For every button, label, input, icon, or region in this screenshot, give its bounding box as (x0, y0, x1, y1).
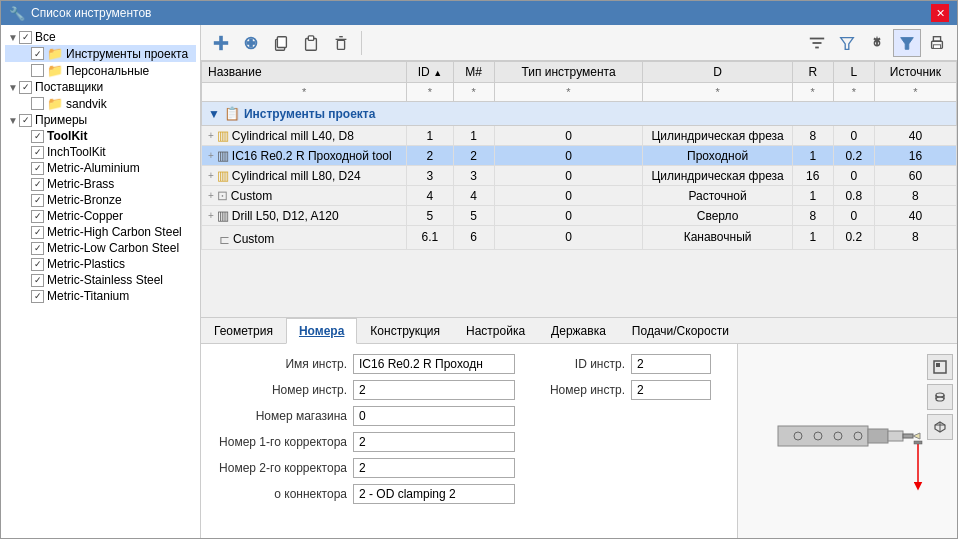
filter-active-button[interactable] (893, 29, 921, 57)
filter-id[interactable] (411, 86, 448, 98)
table-row[interactable]: + ▥ IC16 Re0.2 R Проходной tool 2 2 0 Пр… (202, 146, 957, 166)
cb-cp[interactable] (31, 210, 44, 223)
add-item-button[interactable] (237, 29, 265, 57)
checkbox-examples[interactable] (19, 114, 32, 127)
sidebar-item-inch[interactable]: InchToolKit (5, 144, 196, 160)
input-corrector1[interactable] (353, 432, 515, 452)
sidebar-item-suppliers[interactable]: ▼ Поставщики (5, 79, 196, 95)
filter-button[interactable] (833, 29, 861, 57)
copy-button[interactable] (267, 29, 295, 57)
checkbox-sandvik[interactable] (31, 97, 44, 110)
label-corrector2: Номер 2-го корректора (217, 461, 347, 475)
cb-al[interactable] (31, 162, 44, 175)
tab-bar: Геометрия Номера Конструкция Настройка Д… (201, 318, 957, 344)
sidebar-item-sandvik[interactable]: 📁 sandvik (5, 95, 196, 112)
checkbox-personal[interactable] (31, 64, 44, 77)
input-magazine[interactable] (353, 406, 515, 426)
col-header-id[interactable]: ID ▲ (407, 62, 453, 83)
close-button[interactable]: ✕ (931, 4, 949, 22)
expand-icon-examples: ▼ (7, 115, 19, 126)
tab-numbers[interactable]: Номера (286, 318, 357, 344)
table-row[interactable]: + ▥ Drill L50, D12, A120 5 5 0 Сверло 8 … (202, 206, 957, 226)
sidebar-item-aluminium[interactable]: Metric-Aluminium (5, 160, 196, 176)
cb-br[interactable] (31, 178, 44, 191)
checkbox-project[interactable] (31, 47, 44, 60)
sidebar-item-high-carbon[interactable]: Metric-High Carbon Steel (5, 224, 196, 240)
paste-button[interactable] (297, 29, 325, 57)
cb-pl[interactable] (31, 258, 44, 271)
tab-holder[interactable]: Державка (538, 318, 619, 344)
input-tool-id[interactable] (631, 354, 711, 374)
checkbox-inch[interactable] (31, 146, 44, 159)
tab-construction[interactable]: Конструкция (357, 318, 453, 344)
sidebar-item-low-carbon[interactable]: Metric-Low Carbon Steel (5, 240, 196, 256)
col-header-type[interactable]: Тип инструмента (494, 62, 643, 83)
table-row[interactable]: + ⊡ Custom 4 4 0 Расточной 1 0.8 8 (202, 186, 957, 206)
sidebar-item-copper[interactable]: Metric-Copper (5, 208, 196, 224)
add-tool-button[interactable] (207, 29, 235, 57)
sidebar-item-bronze[interactable]: Metric-Bronze (5, 192, 196, 208)
checkbox-all[interactable] (19, 31, 32, 44)
tab-geometry[interactable]: Геометрия (201, 318, 286, 344)
print-button[interactable] (923, 29, 951, 57)
sidebar-item-project-tools[interactable]: 📁 Инструменты проекта (5, 45, 196, 62)
sidebar-item-toolkit[interactable]: ToolKit (5, 128, 196, 144)
col-header-name[interactable]: Название (202, 62, 407, 83)
tab-settings[interactable]: Настройка (453, 318, 538, 344)
sidebar-item-examples[interactable]: ▼ Примеры (5, 112, 196, 128)
folder-icon-sandvik: 📁 (47, 96, 63, 111)
filter-l[interactable] (838, 86, 870, 98)
expand-icon-suppliers: ▼ (7, 82, 19, 93)
col-header-r[interactable]: R (792, 62, 833, 83)
cb-bz[interactable] (31, 194, 44, 207)
input-tool-number-r[interactable] (631, 380, 711, 400)
filter-type[interactable] (499, 86, 639, 98)
form-right-col: ID инстр. Номер инстр. (535, 354, 721, 504)
checkbox-toolkit[interactable] (31, 130, 44, 143)
cb-ss[interactable] (31, 274, 44, 287)
tab-feeds[interactable]: Подачи/Скорости (619, 318, 742, 344)
input-tool-name[interactable] (353, 354, 515, 374)
label-tool-id: ID инстр. (535, 357, 625, 371)
filter-r[interactable] (797, 86, 829, 98)
input-corrector2[interactable] (353, 458, 515, 478)
table-toolbar (201, 25, 957, 61)
col-header-source[interactable]: Источник (874, 62, 956, 83)
sidebar-item-personal[interactable]: 📁 Персональные (5, 62, 196, 79)
svg-marker-17 (901, 37, 914, 49)
cb-lc[interactable] (31, 242, 44, 255)
filter-d[interactable] (647, 86, 787, 98)
table-row[interactable]: + ▥ Cylindrical mill L80, D24 3 3 0 Цили… (202, 166, 957, 186)
sidebar-item-stainless[interactable]: Metric-Stainless Steel (5, 272, 196, 288)
col-header-l[interactable]: L (833, 62, 874, 83)
filter-mnum[interactable] (458, 86, 490, 98)
filter-columns-button[interactable] (803, 29, 831, 57)
col-header-d[interactable]: D (643, 62, 792, 83)
cb-hc[interactable] (31, 226, 44, 239)
delete-tool-button[interactable] (327, 29, 355, 57)
table-row[interactable]: + ▥ Cylindrical mill L40, D8 1 1 0 Цилин… (202, 126, 957, 146)
filter-name[interactable] (206, 86, 402, 98)
sidebar-item-all[interactable]: ▼ Все (5, 29, 196, 45)
sidebar-item-titanium[interactable]: Metric-Titanium (5, 288, 196, 304)
expand-icon: ▼ (7, 32, 19, 43)
sidebar-item-brass[interactable]: Metric-Brass (5, 176, 196, 192)
table-row[interactable]: ⊏ Custom 6.1 6 0 Канавочный 1 0.2 8 (202, 226, 957, 250)
input-tool-number[interactable] (353, 380, 515, 400)
row-expand-2: + (208, 150, 214, 161)
preview-view1-button[interactable] (927, 354, 953, 380)
checkbox-suppliers[interactable] (19, 81, 32, 94)
group-header-project[interactable]: ▼ 📋 Инструменты проекта (202, 102, 957, 126)
svg-marker-15 (841, 37, 854, 49)
label-tool-name: Имя инстр. (217, 357, 347, 371)
preview-3d-button[interactable] (927, 414, 953, 440)
svg-rect-19 (933, 36, 940, 41)
col-header-mnum[interactable]: M# (453, 62, 494, 83)
sidebar-item-plastics[interactable]: Metric-Plastics (5, 256, 196, 272)
filter-source[interactable] (879, 86, 952, 98)
row-expand-3: + (208, 170, 214, 181)
cb-ti[interactable] (31, 290, 44, 303)
input-connector[interactable] (353, 484, 515, 504)
settings-button[interactable] (863, 29, 891, 57)
preview-view2-button[interactable] (927, 384, 953, 410)
